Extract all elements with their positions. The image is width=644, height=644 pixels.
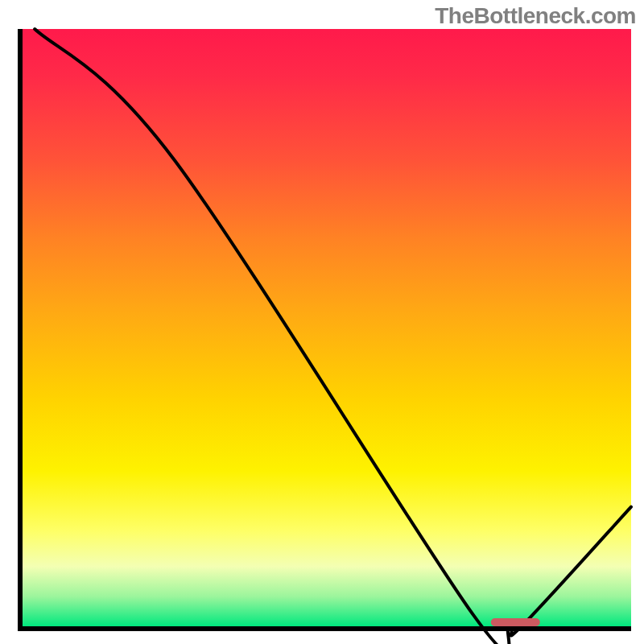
curve-svg (23, 29, 631, 626)
chart-frame: TheBottleneck.com (0, 0, 644, 644)
optimal-marker (491, 618, 539, 626)
plot-area (18, 29, 631, 631)
watermark-text: TheBottleneck.com (435, 3, 636, 29)
bottleneck-curve (35, 29, 631, 644)
